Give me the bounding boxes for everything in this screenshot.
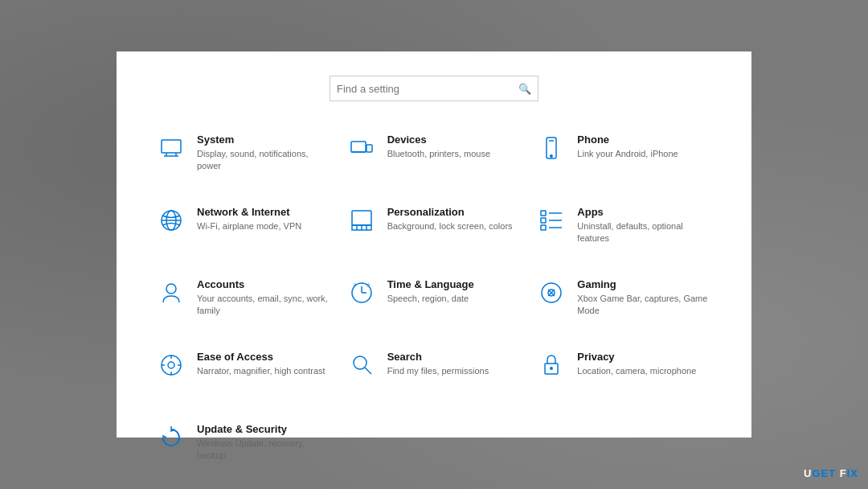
svg-rect-19 [541,218,546,223]
setting-item-network[interactable]: Network & Internet Wi-Fi, airplane mode,… [149,196,339,261]
setting-title-personalization: Personalization [387,206,522,218]
setting-title-network: Network & Internet [197,206,331,218]
setting-item-time[interactable]: A文 Time & Language Speech, region, date [339,269,530,333]
setting-item-update[interactable]: Update & Security Windows Update, recove… [149,413,339,478]
search-icon [347,352,376,378]
search-input[interactable] [337,83,518,95]
setting-title-system: System [197,134,331,146]
svg-rect-13 [352,211,371,225]
setting-title-update: Update & Security [197,423,331,435]
setting-desc-privacy: Location, camera, microphone [577,365,711,377]
setting-desc-system: Display, sound, notifications, power [197,148,331,173]
svg-rect-20 [541,225,546,230]
setting-text-update: Update & Security Windows Update, recove… [197,423,331,462]
setting-title-time: Time & Language [387,278,522,290]
setting-text-devices: Devices Bluetooth, printers, mouse [387,134,522,160]
search-bar[interactable]: 🔍 [330,76,538,101]
apps-icon [537,208,566,233]
setting-title-accounts: Accounts [197,278,331,290]
system-icon [157,135,186,161]
svg-point-24 [166,284,176,294]
setting-text-gaming: Gaming Xbox Game Bar, captures, Game Mod… [577,278,711,318]
setting-item-ease[interactable]: Ease of Access Narrator, magnifier, high… [149,341,339,405]
setting-item-system[interactable]: System Display, sound, notifications, po… [149,124,339,188]
setting-text-personalization: Personalization Background, lock screen,… [387,206,522,232]
setting-text-ease: Ease of Access Narrator, magnifier, high… [197,351,331,377]
ease-icon [157,352,186,378]
devices-icon [347,135,376,161]
setting-title-devices: Devices [387,134,522,146]
svg-text:文: 文 [366,282,371,287]
accounts-icon [157,280,186,306]
phone-icon [537,135,566,161]
setting-text-accounts: Accounts Your accounts, email, sync, wor… [197,278,331,318]
svg-line-41 [365,368,371,374]
setting-desc-update: Windows Update, recovery, backup [197,438,331,462]
svg-rect-0 [162,140,181,153]
setting-item-devices[interactable]: Devices Bluetooth, printers, mouse [339,124,530,188]
setting-item-gaming[interactable]: Gaming Xbox Game Bar, captures, Game Mod… [529,269,719,333]
setting-item-search[interactable]: Search Find my files, permissions [339,341,530,405]
setting-item-privacy[interactable]: Privacy Location, camera, microphone [529,341,719,405]
settings-grid: System Display, sound, notifications, po… [149,124,719,478]
svg-rect-18 [541,211,546,216]
setting-desc-devices: Bluetooth, printers, mouse [387,148,522,160]
setting-title-ease: Ease of Access [197,351,331,363]
setting-text-apps: Apps Uninstall, defaults, optional featu… [577,206,711,245]
setting-desc-accounts: Your accounts, email, sync, work, family [197,293,331,318]
setting-text-search: Search Find my files, permissions [387,351,522,377]
setting-desc-gaming: Xbox Game Bar, captures, Game Mode [577,293,711,318]
svg-point-35 [168,362,174,368]
setting-desc-ease: Narrator, magnifier, high contrast [197,365,331,377]
svg-point-43 [550,367,553,370]
setting-item-personalization[interactable]: Personalization Background, lock screen,… [339,196,530,261]
setting-item-apps[interactable]: Apps Uninstall, defaults, optional featu… [529,196,719,261]
svg-point-8 [551,155,552,157]
setting-desc-apps: Uninstall, defaults, optional features [577,220,711,245]
setting-item-phone[interactable]: Phone Link your Android, iPhone [529,124,719,188]
setting-text-time: Time & Language Speech, region, date [387,278,522,305]
setting-text-system: System Display, sound, notifications, po… [197,134,331,173]
network-icon [157,208,186,233]
search-bar-container: 🔍 [149,76,719,101]
update-icon [157,425,186,450]
setting-title-phone: Phone [577,134,711,146]
setting-desc-network: Wi-Fi, airplane mode, VPN [197,220,331,232]
setting-title-search: Search [387,351,522,363]
setting-text-privacy: Privacy Location, camera, microphone [577,351,711,377]
setting-text-network: Network & Internet Wi-Fi, airplane mode,… [197,206,331,232]
setting-title-gaming: Gaming [577,278,711,290]
setting-desc-phone: Link your Android, iPhone [577,148,711,160]
setting-desc-personalization: Background, lock screen, colors [387,220,522,232]
svg-rect-4 [351,142,366,152]
search-icon: 🔍 [518,83,531,95]
gaming-icon [537,280,566,306]
settings-window: 🔍 System Display, sound, notifications, … [117,51,751,438]
setting-title-privacy: Privacy [577,351,711,363]
setting-title-apps: Apps [577,206,711,218]
setting-desc-time: Speech, region, date [387,293,522,305]
svg-rect-5 [366,145,372,152]
svg-point-40 [354,356,366,369]
setting-desc-search: Find my files, permissions [387,365,522,377]
personalization-icon [347,208,376,233]
time-icon: A文 [347,280,376,306]
watermark: UGET FIX [804,467,858,479]
setting-text-phone: Phone Link your Android, iPhone [577,134,711,160]
privacy-icon [537,352,566,378]
setting-item-accounts[interactable]: Accounts Your accounts, email, sync, wor… [149,269,339,333]
